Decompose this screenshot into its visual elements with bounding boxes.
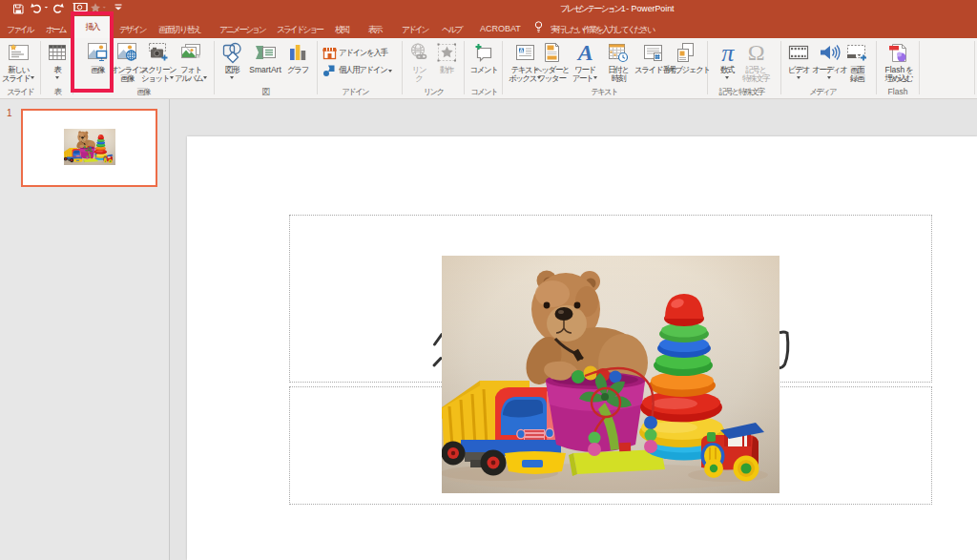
svg-text:Ω: Ω bbox=[748, 42, 764, 64]
svg-text:π: π bbox=[721, 42, 735, 64]
svg-text:A: A bbox=[576, 42, 593, 64]
